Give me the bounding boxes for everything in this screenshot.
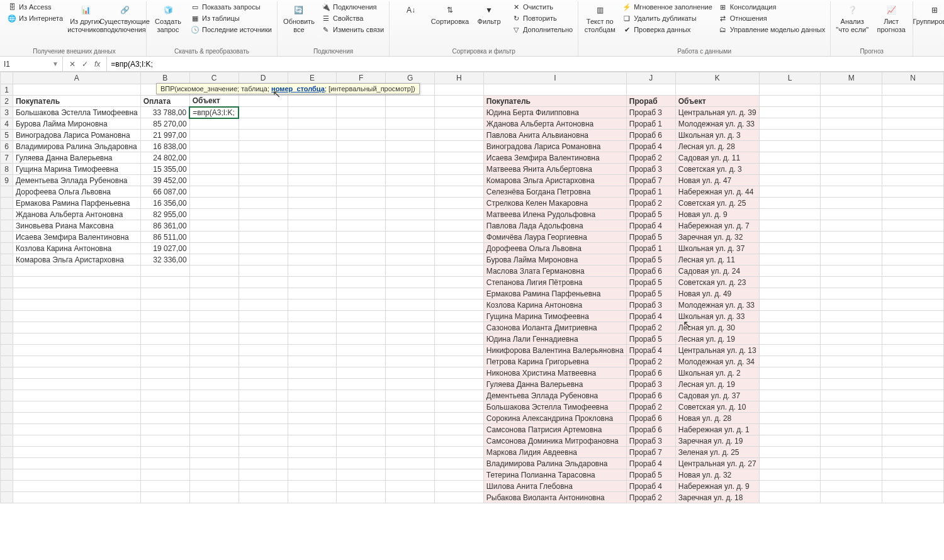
cell-L18[interactable] (759, 277, 821, 288)
cell-J12[interactable]: Прораб 5 (626, 209, 675, 220)
cell-L21[interactable] (759, 311, 821, 322)
cell-D18[interactable] (239, 277, 288, 288)
cell-L37[interactable] (759, 492, 821, 503)
cell-J25[interactable]: Прораб 2 (626, 356, 675, 367)
cell-K31[interactable]: Набережная ул. д. 1 (675, 424, 759, 435)
cell-M35[interactable] (821, 469, 882, 481)
cell-D11[interactable] (239, 198, 288, 209)
cell-H35[interactable] (434, 469, 483, 481)
cell-G19[interactable] (386, 288, 435, 300)
cell-M18[interactable] (821, 277, 882, 288)
cell-K6[interactable]: Лесная ул. д. 28 (675, 141, 759, 152)
cell-F28[interactable] (337, 390, 386, 401)
show-queries-button[interactable]: ▭Показать запросы (188, 1, 274, 13)
row-header-7[interactable]: 7 (1, 152, 13, 164)
cell-I26[interactable]: Никонова Христина Матвеевна (483, 367, 626, 379)
cell-A32[interactable] (13, 435, 140, 447)
cell-M31[interactable] (821, 424, 882, 435)
cell-E26[interactable] (288, 367, 337, 379)
cell-F6[interactable] (337, 141, 386, 152)
cell-C24[interactable] (189, 345, 239, 356)
cell-D7[interactable] (239, 152, 288, 164)
cell-E5[interactable] (288, 130, 337, 141)
cell-A14[interactable]: Исаева Земфира Валентиновна (13, 232, 140, 243)
group-button[interactable]: ⊞Группировать (916, 1, 944, 28)
cell-K35[interactable]: Новая ул. д. 32 (675, 469, 759, 481)
cell-G4[interactable] (386, 118, 435, 130)
cell-L26[interactable] (759, 367, 821, 379)
cell-N31[interactable] (882, 424, 944, 435)
cell-N37[interactable] (882, 492, 944, 503)
cell-G2[interactable] (386, 96, 435, 107)
cell-G16[interactable] (386, 254, 435, 266)
cell-J24[interactable]: Прораб 4 (626, 345, 675, 356)
cell-M9[interactable] (821, 175, 882, 186)
row-header-18[interactable] (1, 277, 13, 288)
cell-H25[interactable] (434, 356, 483, 367)
cell-J21[interactable]: Прораб 4 (626, 311, 675, 322)
cell-N5[interactable] (882, 130, 944, 141)
cell-L17[interactable] (759, 266, 821, 277)
row-header-13[interactable] (1, 220, 13, 232)
cell-J19[interactable]: Прораб 5 (626, 288, 675, 300)
cancel-formula-button[interactable]: ✕ (69, 60, 76, 69)
cell-K25[interactable]: Молодежная ул. д. 34 (675, 356, 759, 367)
cell-G10[interactable] (386, 186, 435, 198)
cell-F20[interactable] (337, 300, 386, 311)
cell-H5[interactable] (434, 130, 483, 141)
cell-I9[interactable]: Комарова Эльга Аристарховна (483, 175, 626, 186)
cell-C30[interactable] (189, 413, 239, 424)
row-header-23[interactable] (1, 333, 13, 345)
cell-F8[interactable] (337, 164, 386, 175)
row-header-12[interactable] (1, 209, 13, 220)
cell-N22[interactable] (882, 322, 944, 333)
cell-D4[interactable] (239, 118, 288, 130)
column-header-D[interactable]: D (239, 72, 288, 84)
cell-K12[interactable]: Новая ул. д. 9 (675, 209, 759, 220)
cell-I29[interactable]: Большакова Эстелла Тимофеевна (483, 401, 626, 413)
cell-I22[interactable]: Сазонова Иоланта Дмитриевна (483, 322, 626, 333)
cell-G6[interactable] (386, 141, 435, 152)
refresh-all-button[interactable]: 🔄Обновить все (280, 1, 318, 36)
cell-N29[interactable] (882, 401, 944, 413)
cell-N33[interactable] (882, 447, 944, 458)
cell-A30[interactable] (13, 413, 140, 424)
cell-B14[interactable]: 86 511,00 (140, 232, 189, 243)
cell-B10[interactable]: 66 087,00 (140, 186, 189, 198)
cell-I3[interactable]: Юдина Берта Филипповна (483, 107, 626, 118)
cell-H33[interactable] (434, 447, 483, 458)
cell-D35[interactable] (239, 469, 288, 481)
connections-button[interactable]: 🔌Подключения (319, 1, 386, 13)
cell-D26[interactable] (239, 367, 288, 379)
cell-G9[interactable] (386, 175, 435, 186)
cell-M3[interactable] (821, 107, 882, 118)
row-header-26[interactable] (1, 367, 13, 379)
cell-C19[interactable] (189, 288, 239, 300)
what-if-button[interactable]: ❔Анализ "что если" (833, 1, 871, 36)
cell-K15[interactable]: Школьная ул. д. 37 (675, 243, 759, 254)
cell-L32[interactable] (759, 435, 821, 447)
cell-I8[interactable]: Матвеева Янита Альбертовна (483, 164, 626, 175)
cell-G28[interactable] (386, 390, 435, 401)
sort-az-button[interactable]: A↓ (392, 1, 430, 20)
cell-J31[interactable]: Прораб 6 (626, 424, 675, 435)
cell-F29[interactable] (337, 401, 386, 413)
cell-J17[interactable]: Прораб 6 (626, 266, 675, 277)
cell-F24[interactable] (337, 345, 386, 356)
cell-I36[interactable]: Шилова Анита Глебовна (483, 481, 626, 492)
cell-L3[interactable] (759, 107, 821, 118)
cell-J20[interactable]: Прораб 3 (626, 300, 675, 311)
cell-N12[interactable] (882, 209, 944, 220)
cell-M21[interactable] (821, 311, 882, 322)
cell-E13[interactable] (288, 220, 337, 232)
manage-model-button[interactable]: 🗂Управление моделью данных (716, 24, 828, 35)
cell-A8[interactable]: Гущина Марина Тимофеевна (13, 164, 140, 175)
cell-D37[interactable] (239, 492, 288, 503)
cell-M29[interactable] (821, 401, 882, 413)
cell-M20[interactable] (821, 300, 882, 311)
cell-I12[interactable]: Матвеева Илена Рудольфовна (483, 209, 626, 220)
cell-A11[interactable]: Ермакова Рамина Парфеньевна (13, 198, 140, 209)
cell-J32[interactable]: Прораб 3 (626, 435, 675, 447)
cell-I11[interactable]: Стрелкова Келен Макаровна (483, 198, 626, 209)
cell-F16[interactable] (337, 254, 386, 266)
